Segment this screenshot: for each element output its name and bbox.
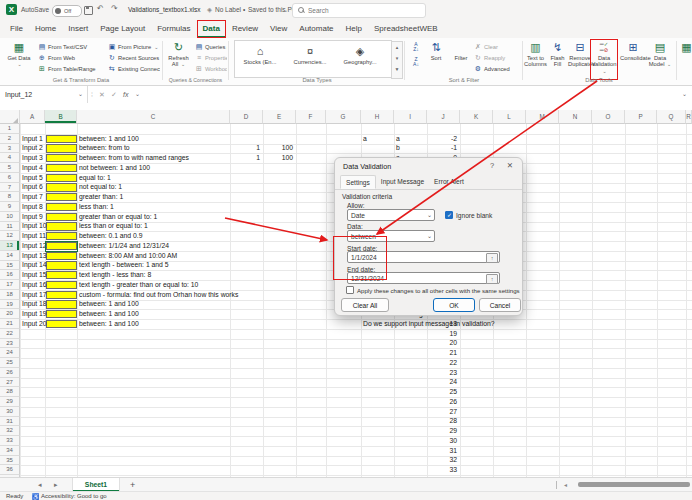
yellow-input-cell-B6[interactable] <box>46 174 77 182</box>
tab-page-layout[interactable]: Page Layout <box>94 20 151 38</box>
new-sheet-icon[interactable]: + <box>130 478 135 492</box>
from-web-button[interactable]: ⊕ From Web <box>38 52 106 63</box>
row-header-16[interactable]: 16 <box>0 270 20 280</box>
cell-J24[interactable]: 21 <box>427 349 457 358</box>
yellow-input-cell-B16[interactable] <box>46 271 77 279</box>
row-header-23[interactable]: 23 <box>0 339 20 349</box>
column-header-H[interactable]: H <box>361 110 394 124</box>
cell-J31[interactable]: 28 <box>427 417 457 426</box>
cell-C16[interactable]: text length - less than: 8 <box>79 271 151 280</box>
prev-sheet-icon[interactable]: ◂ <box>38 478 42 492</box>
cell-J25[interactable]: 22 <box>427 359 457 368</box>
cell-C2[interactable]: between: 1 and 100 <box>79 135 139 144</box>
column-header-O[interactable]: O <box>592 110 625 124</box>
cell-H2[interactable]: a <box>363 135 367 144</box>
tab-view[interactable]: View <box>264 20 293 38</box>
row-header-21[interactable]: 21 <box>0 319 20 329</box>
sort-button[interactable]: ⇅ Sort <box>425 39 447 80</box>
reapply-button[interactable]: ↻ Reapply <box>474 52 522 63</box>
sheet-tab-sheet1[interactable]: Sheet1 <box>72 478 120 492</box>
get-data-button[interactable]: ▦ Get Data <box>4 39 34 80</box>
row-header-7[interactable]: 7 <box>0 183 20 193</box>
cell-A13[interactable]: Input 12 <box>22 242 47 251</box>
start-date-field[interactable]: 1/1/2024 ↑ <box>347 251 500 263</box>
row-header-27[interactable]: 27 <box>0 378 20 388</box>
save-icon[interactable] <box>84 6 93 15</box>
help-icon[interactable]: ? <box>486 161 498 170</box>
row-header-17[interactable]: 17 <box>0 280 20 290</box>
cancel-formula-icon[interactable]: ✕ <box>99 86 105 103</box>
column-header-E[interactable]: E <box>263 110 296 124</box>
cell-E3[interactable]: 100 <box>263 144 293 153</box>
data-dropdown[interactable]: between <box>347 230 435 242</box>
consolidate-button[interactable]: ⊞ Consolidate <box>620 39 646 80</box>
tab-spreadsheetweb[interactable]: SpreadsheetWEB <box>368 20 444 38</box>
cell-C17[interactable]: text length - greater than or equal to: … <box>79 281 198 290</box>
cell-A19[interactable]: Input 18 <box>22 300 47 309</box>
remove-duplicates-button[interactable]: ⊟ Remove Duplicates <box>568 39 592 80</box>
yellow-input-cell-B15[interactable] <box>46 261 77 269</box>
cell-A4[interactable]: Input 3 <box>22 154 43 163</box>
yellow-input-cell-B20[interactable] <box>46 310 77 318</box>
cell-A21[interactable]: Input 20 <box>22 320 47 329</box>
insert-function-icon[interactable]: fx <box>123 86 128 103</box>
formula-bar-expand-icon[interactable]: ⌄ <box>682 86 687 103</box>
autosave-toggle[interactable]: Off <box>52 5 82 17</box>
tab-automate[interactable]: Automate <box>293 20 339 38</box>
stocks-button[interactable]: ⌂ Stocks (En... <box>235 41 285 77</box>
tab-insert[interactable]: Insert <box>62 20 94 38</box>
row-header-13[interactable]: 13 <box>0 241 20 251</box>
cell-C15[interactable]: text length - between: 1 and 5 <box>79 261 169 270</box>
row-header-32[interactable]: 32 <box>0 426 20 436</box>
yellow-input-cell-B5[interactable] <box>46 164 77 172</box>
yellow-input-cell-B2[interactable] <box>46 135 77 143</box>
cell-A15[interactable]: Input 14 <box>22 261 47 270</box>
yellow-input-cell-B12[interactable] <box>46 232 77 240</box>
column-header-Q[interactable]: Q <box>657 110 686 124</box>
geography-button[interactable]: ◈ Geography... <box>335 41 385 77</box>
row-header-19[interactable]: 19 <box>0 300 20 310</box>
yellow-input-cell-B21[interactable] <box>46 320 77 328</box>
sensitivity-label[interactable]: No Label <box>215 6 241 13</box>
column-header-A[interactable]: A <box>20 110 45 124</box>
yellow-input-cell-B11[interactable] <box>46 222 77 230</box>
row-header-20[interactable]: 20 <box>0 309 20 319</box>
row-header-36[interactable]: 36 <box>0 465 20 475</box>
row-header-26[interactable]: 26 <box>0 368 20 378</box>
name-box-chevron-icon[interactable]: ⌄ <box>78 86 83 103</box>
cell-D4[interactable]: 1 <box>230 154 260 163</box>
cell-A10[interactable]: Input 9 <box>22 213 43 222</box>
gallery-scrollbar[interactable]: ▴▾▼ <box>391 41 403 79</box>
column-header-J[interactable]: J <box>427 110 460 124</box>
cell-A8[interactable]: Input 7 <box>22 193 43 202</box>
cell-C8[interactable]: greater than: 1 <box>79 193 123 202</box>
cell-A7[interactable]: Input 6 <box>22 183 43 192</box>
row-header-5[interactable]: 5 <box>0 163 20 173</box>
cell-J22[interactable]: 19 <box>427 330 457 339</box>
yellow-input-cell-B3[interactable] <box>46 144 77 152</box>
row-header-9[interactable]: 9 <box>0 202 20 212</box>
refresh-all-button[interactable]: ↻ Refresh All <box>165 39 192 80</box>
fx-chevron-icon[interactable]: ⌄ <box>135 86 140 103</box>
row-header-14[interactable]: 14 <box>0 251 20 261</box>
cell-C13[interactable]: between: 1/1/24 and 12/31/24 <box>79 242 169 251</box>
yellow-input-cell-B14[interactable] <box>46 252 77 260</box>
apply-changes-checkbox[interactable] <box>346 286 354 294</box>
row-header-11[interactable]: 11 <box>0 222 20 232</box>
currencies-button[interactable]: ¤ Currencies... <box>285 41 335 77</box>
tab-help[interactable]: Help <box>340 20 368 38</box>
formula-input[interactable] <box>142 88 676 101</box>
row-header-33[interactable]: 33 <box>0 436 20 446</box>
queries-connections-button[interactable]: ▤ Queries & Connections <box>195 41 227 52</box>
tab-input-message[interactable]: Input Message <box>376 175 429 189</box>
clear-filter-button[interactable]: ✗ Clear <box>474 41 522 52</box>
cell-A20[interactable]: Input 19 <box>22 310 47 319</box>
row-header-4[interactable]: 4 <box>0 153 20 163</box>
from-table-range-button[interactable]: ⊞ From Table/Range <box>38 63 106 74</box>
row-header-34[interactable]: 34 <box>0 446 20 456</box>
cell-A16[interactable]: Input 15 <box>22 271 47 280</box>
row-header-8[interactable]: 8 <box>0 192 20 202</box>
text-to-columns-button[interactable]: ▥ Text to Columns <box>524 39 547 80</box>
workbook-links-button[interactable]: ⊞ Workbook Links <box>195 63 227 74</box>
yellow-input-cell-B4[interactable] <box>46 154 77 162</box>
